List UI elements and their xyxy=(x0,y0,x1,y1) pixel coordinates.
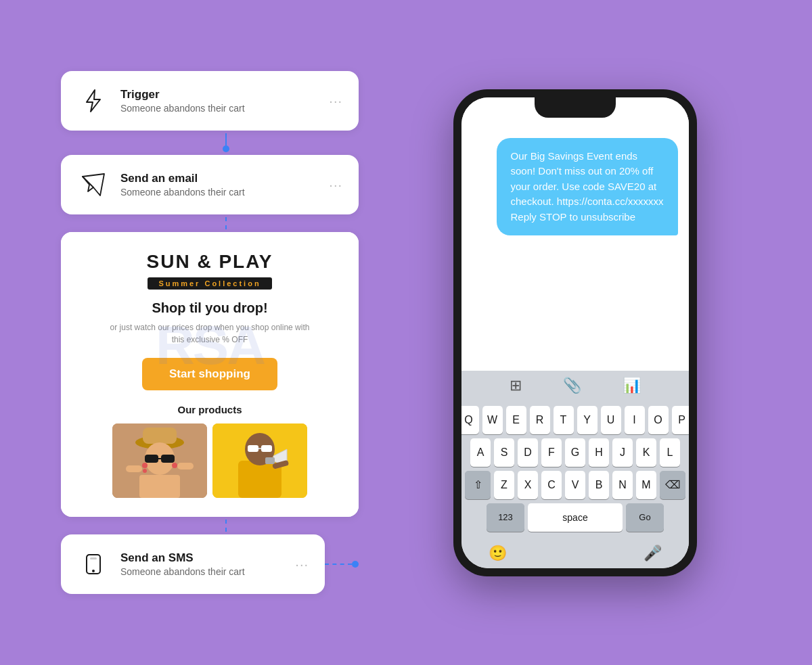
connector-3 xyxy=(93,517,359,534)
trigger-icon xyxy=(77,85,110,117)
key-K[interactable]: K xyxy=(636,438,656,467)
man-figure xyxy=(212,423,307,498)
key-R[interactable]: R xyxy=(530,406,550,434)
product-image-man xyxy=(212,423,307,498)
connector-line-2 xyxy=(225,217,227,229)
chart-icon[interactable]: 📊 xyxy=(623,377,641,394)
email-card-menu[interactable]: ··· xyxy=(329,177,342,193)
phone-wrapper: Our Big Savings Event ends soon! Don't m… xyxy=(399,89,751,576)
key-U[interactable]: U xyxy=(601,406,621,434)
key-space[interactable]: space xyxy=(528,503,623,532)
svg-point-10 xyxy=(143,469,147,473)
svg-point-25 xyxy=(92,570,95,572)
sms-row: Send an SMS Someone abandons their cart … xyxy=(61,534,359,594)
email-preview-card: SUN & PLAY Summer Collection Shop til yo… xyxy=(61,232,359,517)
email-icon xyxy=(77,168,110,201)
phone-screen: Our Big Savings Event ends soon! Don't m… xyxy=(461,97,689,568)
key-shift[interactable]: ⇧ xyxy=(465,471,491,499)
svg-rect-12 xyxy=(139,475,180,498)
sms-h-connector xyxy=(325,561,359,568)
start-shopping-button[interactable]: Start shopping xyxy=(142,358,277,390)
svg-rect-13 xyxy=(126,465,142,472)
svg-rect-6 xyxy=(145,455,158,463)
sms-icon xyxy=(77,548,110,580)
email-preview-inner: SUN & PLAY Summer Collection Shop til yo… xyxy=(61,232,359,517)
key-C[interactable]: C xyxy=(541,471,562,499)
key-D[interactable]: D xyxy=(518,438,538,467)
key-backspace[interactable]: ⌫ xyxy=(660,471,685,499)
key-B[interactable]: B xyxy=(589,471,609,499)
key-W[interactable]: W xyxy=(482,406,503,434)
sms-bubble-text: Our Big Savings Event ends soon! Don't m… xyxy=(510,149,664,225)
email-card[interactable]: Send an email Someone abandons their car… xyxy=(61,155,359,214)
woman-figure xyxy=(112,423,207,498)
key-N[interactable]: N xyxy=(612,471,633,499)
email-card-title: Send an email xyxy=(120,172,318,185)
phone-notch xyxy=(535,97,616,118)
svg-rect-4 xyxy=(143,428,177,444)
paperclip-icon[interactable]: 📎 xyxy=(563,377,581,394)
key-M[interactable]: M xyxy=(636,471,656,499)
trigger-card-menu[interactable]: ··· xyxy=(329,93,342,109)
key-Z[interactable]: Z xyxy=(494,471,514,499)
key-J[interactable]: J xyxy=(612,438,633,467)
email-subtext: or just watch our prices drop when you s… xyxy=(83,321,337,346)
keyboard-toolbar: ⊞ 📎 📊 xyxy=(461,371,689,400)
sms-card-title: Send an SMS xyxy=(120,551,284,565)
phone-frame: Our Big Savings Event ends soon! Don't m… xyxy=(453,89,697,576)
svg-rect-22 xyxy=(265,457,275,464)
trigger-card[interactable]: Trigger Someone abandons their cart ··· xyxy=(61,71,359,131)
key-A[interactable]: A xyxy=(470,438,491,467)
keyboard-row-1: Q W E R T Y U I O P xyxy=(466,406,685,434)
brand-tag: Summer Collection xyxy=(148,277,271,290)
sms-card-menu[interactable]: ··· xyxy=(295,557,309,572)
connector-1 xyxy=(93,131,359,155)
key-numbers[interactable]: 123 xyxy=(487,503,524,532)
sms-card-text: Send an SMS Someone abandons their cart xyxy=(120,551,284,577)
svg-point-11 xyxy=(172,463,177,468)
email-card-subtitle: Someone abandons their cart xyxy=(120,187,318,198)
svg-rect-14 xyxy=(177,463,194,469)
sms-bubble-area: Our Big Savings Event ends soon! Don't m… xyxy=(461,127,689,371)
photo-icon[interactable]: ⊞ xyxy=(510,377,522,394)
trigger-card-subtitle: Someone abandons their cart xyxy=(120,103,318,114)
svg-marker-0 xyxy=(87,90,100,112)
key-V[interactable]: V xyxy=(565,471,585,499)
key-X[interactable]: X xyxy=(518,471,538,499)
key-P[interactable]: P xyxy=(672,406,690,434)
mic-icon[interactable]: 🎤 xyxy=(644,545,662,562)
key-L[interactable]: L xyxy=(660,438,680,467)
key-H[interactable]: H xyxy=(589,438,609,467)
phone-bottom-bar: 🙂 🎤 xyxy=(461,538,689,568)
keyboard: Q W E R T Y U I O P A S xyxy=(461,400,689,538)
connector-line-3 xyxy=(225,520,227,532)
key-E[interactable]: E xyxy=(506,406,526,434)
svg-rect-7 xyxy=(161,455,175,463)
key-Q[interactable]: Q xyxy=(461,406,479,434)
workflow-column: Trigger Someone abandons their cart ··· … xyxy=(61,71,359,594)
sms-card[interactable]: Send an SMS Someone abandons their cart … xyxy=(61,534,325,594)
key-go[interactable]: Go xyxy=(626,503,664,532)
product-image-woman xyxy=(112,423,207,498)
sms-h-line xyxy=(325,564,352,565)
emoji-icon[interactable]: 🙂 xyxy=(489,545,507,562)
key-I[interactable]: I xyxy=(625,406,645,434)
keyboard-bottom-row: 123 space Go xyxy=(466,503,685,532)
email-headline: Shop til you drop! xyxy=(83,300,337,316)
key-O[interactable]: O xyxy=(648,406,669,434)
svg-rect-19 xyxy=(261,445,272,452)
key-S[interactable]: S xyxy=(494,438,514,467)
brand-name: SUN & PLAY xyxy=(83,251,337,273)
key-T[interactable]: T xyxy=(554,406,574,434)
products-label: Our products xyxy=(83,404,337,415)
key-Y[interactable]: Y xyxy=(577,406,597,434)
connector-2 xyxy=(93,214,359,232)
key-F[interactable]: F xyxy=(541,438,562,467)
sms-card-subtitle: Someone abandons their cart xyxy=(120,566,284,577)
product-images xyxy=(83,423,337,498)
keyboard-row-2: A S D F G H J K L xyxy=(466,438,685,467)
connector-line-1 xyxy=(225,133,227,145)
sms-bubble: Our Big Savings Event ends soon! Don't m… xyxy=(497,138,678,236)
svg-rect-26 xyxy=(90,557,97,559)
key-G[interactable]: G xyxy=(565,438,585,467)
